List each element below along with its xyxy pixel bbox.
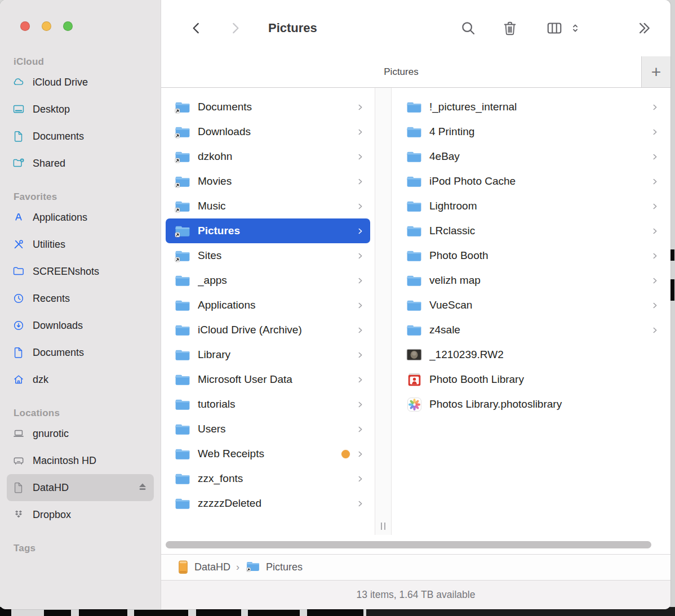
file-row-lightroom[interactable]: Lightroom <box>396 194 665 218</box>
sidebar-item-desktop[interactable]: Desktop <box>7 96 154 123</box>
tab-pictures[interactable]: Pictures <box>161 56 641 87</box>
applications-icon <box>12 211 25 224</box>
minimize-button[interactable] <box>42 21 51 31</box>
scrollbar-thumb[interactable] <box>166 541 651 548</box>
path-item-datahd[interactable]: DataHD <box>177 560 230 575</box>
file-row-zzx-fonts[interactable]: zzx_fonts <box>166 466 370 491</box>
file-row-tutorials[interactable]: tutorials <box>166 392 370 417</box>
raw-image-thumbnail <box>406 349 422 361</box>
sidebar-item-gnurotic[interactable]: gnurotic <box>7 420 154 447</box>
file-row-pictures[interactable]: Pictures <box>166 218 370 243</box>
file-row-icloud-drive-archive-[interactable]: iCloud Drive (Archive) <box>166 318 370 342</box>
file-name: Web Receipts <box>198 448 341 460</box>
file-row--1210239-rw2[interactable]: _1210239.RW2 <box>396 342 665 367</box>
chevron-right-small-icon <box>356 127 365 137</box>
search-button[interactable] <box>460 19 477 38</box>
file-row-ipod-photo-cache[interactable]: iPod Photo Cache <box>396 169 665 194</box>
file-row-photo-booth[interactable]: Photo Booth <box>396 243 665 268</box>
back-button[interactable] <box>189 19 204 38</box>
folder-icon <box>406 249 422 262</box>
file-row-web-receipts[interactable]: Web Receipts <box>166 441 370 466</box>
file-name: Users <box>198 423 356 435</box>
chevron-right-icon <box>651 325 659 335</box>
column-resize-handle[interactable] <box>375 517 391 535</box>
folder-icon <box>175 324 190 337</box>
file-row-z4sale[interactable]: z4sale <box>396 318 665 342</box>
horizontal-scrollbar[interactable] <box>161 535 670 554</box>
file-row-sites[interactable]: Sites <box>166 243 370 268</box>
sidebar-item-datahd[interactable]: DataHD <box>7 474 154 501</box>
file-row-library[interactable]: Library <box>166 342 370 367</box>
file-row-applications[interactable]: Applications <box>166 293 370 318</box>
sidebar-item-recents[interactable]: Recents <box>7 285 154 312</box>
file-row-zzzzzdeleted[interactable]: zzzzzDeleted <box>166 491 370 516</box>
sidebar-item-utilities[interactable]: Utilities <box>7 231 154 258</box>
file-row-microsoft-user-data[interactable]: Microsoft User Data <box>166 367 370 392</box>
chevron-right-icon <box>356 325 365 335</box>
zoom-button[interactable] <box>63 21 73 31</box>
file-row-vuescan[interactable]: VueScan <box>396 293 665 318</box>
chevron-right-icon <box>651 152 659 162</box>
chevron-right-icon <box>356 202 365 211</box>
file-row-users[interactable]: Users <box>166 417 370 441</box>
folder-alias-icon <box>175 126 190 139</box>
sidebar-item-applications[interactable]: Applications <box>7 204 154 231</box>
sidebar-item-documents[interactable]: Documents <box>7 123 154 150</box>
chevron-right-small-icon <box>356 449 365 459</box>
download-icon <box>10 319 27 332</box>
sidebar-item-dropbox[interactable]: Dropbox <box>7 501 154 528</box>
hard-drive-icon <box>12 454 25 467</box>
trash-button[interactable] <box>501 19 518 38</box>
file-row-photos-library-photoslibrary[interactable]: Photos Library.photoslibrary <box>396 392 665 417</box>
more-toolbar-items-button[interactable] <box>636 19 652 38</box>
file-row-dzkohn[interactable]: dzkohn <box>166 144 370 169</box>
file-row--pictures-internal[interactable]: !_pictures_internal <box>396 95 665 119</box>
section-header: iCloud <box>14 56 161 68</box>
sidebar-item-documents[interactable]: Documents <box>7 339 154 366</box>
file-row-4ebay[interactable]: 4eBay <box>396 144 665 169</box>
file-row-downloads[interactable]: Downloads <box>166 119 370 144</box>
folder-icon <box>406 225 422 238</box>
folder-icon <box>175 349 190 361</box>
path-item-pictures[interactable]: Pictures <box>245 560 303 575</box>
chevron-right-small-icon <box>651 127 659 137</box>
column-divider[interactable] <box>375 88 392 535</box>
file-row-movies[interactable]: Movies <box>166 169 370 194</box>
search-icon <box>460 20 477 37</box>
file-row-photo-booth-library[interactable]: Photo Booth Library <box>396 367 665 392</box>
chevron-right-small-icon <box>356 226 365 236</box>
chevron-right-small-icon <box>651 251 659 261</box>
forward-button[interactable] <box>228 19 242 38</box>
folder-icon <box>406 274 422 287</box>
folder-icon <box>406 200 422 213</box>
folder-icon <box>175 448 190 461</box>
sidebar-item-macintosh-hd[interactable]: Macintosh HD <box>7 447 154 474</box>
file-name: iPod Photo Cache <box>429 175 651 188</box>
file-row-velizh-map[interactable]: velizh map <box>396 268 665 293</box>
chevron-right-icon <box>356 226 365 236</box>
file-row-4-printing[interactable]: 4 Printing <box>396 119 665 144</box>
sidebar-item-shared[interactable]: Shared <box>7 150 154 177</box>
close-button[interactable] <box>20 21 30 31</box>
sidebar-item-downloads[interactable]: Downloads <box>7 312 154 339</box>
tab-bar: Pictures + <box>161 56 670 88</box>
file-row-documents[interactable]: Documents <box>166 95 370 119</box>
chevron-right-small-icon <box>356 499 365 508</box>
view-mode-button[interactable] <box>545 19 563 38</box>
new-tab-button[interactable]: + <box>641 56 670 87</box>
file-row--apps[interactable]: _apps <box>166 268 370 293</box>
status-text: 13 items, 1.64 TB available <box>357 589 476 601</box>
sidebar-item-dzk[interactable]: dzk <box>7 366 154 393</box>
view-chooser-button[interactable] <box>569 19 581 38</box>
photos-app-icon <box>406 397 422 412</box>
sidebar-item-icloud-drive[interactable]: iCloud Drive <box>7 69 154 96</box>
screen: iCloudiCloud DriveDesktopDocumentsShared… <box>0 0 675 616</box>
cloud-icon <box>10 76 27 88</box>
file-row-lrclassic[interactable]: LRclassic <box>396 218 665 243</box>
file-row-music[interactable]: Music <box>166 194 370 218</box>
eject-icon[interactable] <box>136 481 149 494</box>
column-view-icon <box>545 20 563 37</box>
folder-icon <box>406 175 422 188</box>
chevron-right-icon <box>356 251 365 261</box>
sidebar-item-screenshots[interactable]: SCREENshots <box>7 258 154 285</box>
